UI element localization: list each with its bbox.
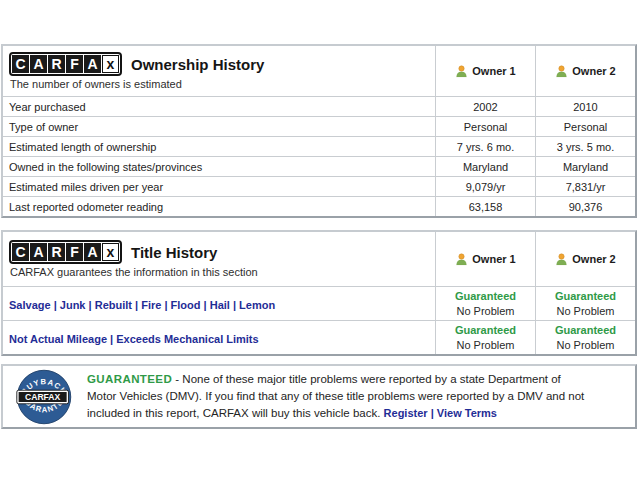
- ownership-row-odometer-reading: Last reported odometer reading 63,158 90…: [3, 196, 635, 216]
- title-row-major-problems: Salvage | Junk | Rebuilt | Fire | Flood …: [3, 286, 635, 320]
- ownership-history-section: C A R F A x Ownership History The number…: [1, 44, 637, 218]
- title-problem-link-hail[interactable]: Hail: [210, 299, 230, 311]
- owner2-column-header: Owner 2: [535, 46, 635, 96]
- title-problem-link-lemon[interactable]: Lemon: [239, 299, 275, 311]
- carfax-logo: C A R F A x: [9, 240, 122, 264]
- owner1-value: Personal: [435, 117, 535, 136]
- link-separator: |: [161, 299, 170, 311]
- no-problem-text: No Problem: [556, 304, 614, 318]
- owner2-value: 7,831/yr: [535, 177, 635, 196]
- owner1-column-header: Owner 1: [435, 232, 535, 286]
- owner2-label: Owner 2: [572, 253, 615, 265]
- carfax-logo-letter: F: [66, 243, 83, 261]
- no-problem-text: No Problem: [456, 304, 514, 318]
- owner2-value: Personal: [535, 117, 635, 136]
- owner1-value: 63,158: [435, 197, 535, 216]
- row-label: Type of owner: [3, 117, 435, 136]
- row-label: Estimated miles driven per year: [3, 177, 435, 196]
- guaranteed-status: Guaranteed: [555, 289, 616, 303]
- owner2-title-status: Guaranteed No Problem: [535, 321, 635, 354]
- link-separator: |: [51, 299, 60, 311]
- guaranteed-status: Guaranteed: [455, 289, 516, 303]
- ownership-history-title: Ownership History: [131, 56, 264, 73]
- carfax-logo-letter: F: [66, 55, 83, 73]
- owner1-value: 7 yrs. 6 mo.: [435, 137, 535, 156]
- carfax-logo-letter-x: x: [102, 243, 119, 261]
- carfax-buyback-guarantee-badge-icon: BUYBACK GUARANTEE CARFAX: [15, 368, 73, 426]
- title-problem-link-exceeds-mechanical-limits[interactable]: Exceeds Mechanical Limits: [116, 333, 258, 345]
- person-icon: [555, 65, 568, 78]
- carfax-logo-letter: R: [48, 243, 65, 261]
- owner1-value: Maryland: [435, 157, 535, 176]
- person-icon: [555, 253, 568, 266]
- link-separator: |: [428, 407, 437, 419]
- owner1-value: 9,079/yr: [435, 177, 535, 196]
- title-problem-link-junk[interactable]: Junk: [60, 299, 86, 311]
- row-label: Year purchased: [3, 97, 435, 116]
- title-history-subtitle: CARFAX guarantees the information in thi…: [10, 266, 429, 278]
- ownership-row-miles-per-year: Estimated miles driven per year 9,079/yr…: [3, 176, 635, 196]
- buyback-guarantee-section: BUYBACK GUARANTEE CARFAX GUARANTEED - No…: [1, 364, 637, 429]
- title-history-section: C A R F A x Title History CARFAX guarant…: [1, 230, 637, 356]
- link-separator: |: [85, 299, 94, 311]
- title-problem-link-fire[interactable]: Fire: [141, 299, 161, 311]
- link-separator: |: [107, 333, 116, 345]
- carfax-logo-letter: A: [84, 55, 101, 73]
- carfax-logo-letter: A: [30, 243, 47, 261]
- owner1-label: Owner 1: [472, 253, 515, 265]
- title-problem-link-rebuilt[interactable]: Rebuilt: [95, 299, 132, 311]
- title-header-row: C A R F A x Title History CARFAX guarant…: [3, 232, 635, 286]
- row-label: Owned in the following states/provinces: [3, 157, 435, 176]
- guarantee-paragraph: GUARANTEED - None of these major title p…: [77, 371, 627, 423]
- link-separator: |: [132, 299, 141, 311]
- owner2-value: 90,376: [535, 197, 635, 216]
- carfax-logo-letter: A: [84, 243, 101, 261]
- person-icon: [455, 253, 468, 266]
- owner2-title-status: Guaranteed No Problem: [535, 287, 635, 320]
- ownership-header-row: C A R F A x Ownership History The number…: [3, 46, 635, 96]
- guaranteed-status: Guaranteed: [455, 323, 516, 337]
- owner1-title-status: Guaranteed No Problem: [435, 321, 535, 354]
- title-problem-links: Salvage | Junk | Rebuilt | Fire | Flood …: [3, 287, 435, 320]
- guarantee-links: Register | View Terms: [384, 407, 497, 419]
- row-label: Estimated length of ownership: [3, 137, 435, 156]
- title-row-mileage-problems: Not Actual Mileage | Exceeds Mechanical …: [3, 320, 635, 354]
- ownership-history-subtitle: The number of owners is estimated: [10, 78, 429, 90]
- owner2-label: Owner 2: [572, 65, 615, 77]
- carfax-logo-letter: A: [30, 55, 47, 73]
- ownership-row-year-purchased: Year purchased 2002 2010: [3, 96, 635, 116]
- title-header-cell: C A R F A x Title History CARFAX guarant…: [3, 232, 435, 286]
- title-history-title: Title History: [131, 244, 217, 261]
- ownership-row-estimated-length: Estimated length of ownership 7 yrs. 6 m…: [3, 136, 635, 156]
- carfax-logo-letter: R: [48, 55, 65, 73]
- owner2-value: Maryland: [535, 157, 635, 176]
- ownership-row-type-of-owner: Type of owner Personal Personal: [3, 116, 635, 136]
- owner1-title-status: Guaranteed No Problem: [435, 287, 535, 320]
- carfax-logo-letter: C: [12, 55, 29, 73]
- title-problem-link-not-actual-mileage[interactable]: Not Actual Mileage: [9, 333, 107, 345]
- owner2-column-header: Owner 2: [535, 232, 635, 286]
- carfax-logo-letter: C: [12, 243, 29, 261]
- title-problem-links: Not Actual Mileage | Exceeds Mechanical …: [3, 321, 435, 354]
- row-label: Last reported odometer reading: [3, 197, 435, 216]
- title-problem-link-salvage[interactable]: Salvage: [9, 299, 51, 311]
- guaranteed-word: GUARANTEED: [87, 373, 172, 385]
- guarantee-link-register[interactable]: Register: [384, 407, 428, 419]
- ownership-header-cell: C A R F A x Ownership History The number…: [3, 46, 435, 96]
- link-separator: |: [230, 299, 239, 311]
- owner1-label: Owner 1: [472, 65, 515, 77]
- title-problem-link-flood[interactable]: Flood: [171, 299, 201, 311]
- guaranteed-status: Guaranteed: [555, 323, 616, 337]
- owner2-value: 3 yrs. 5 mo.: [535, 137, 635, 156]
- no-problem-text: No Problem: [556, 338, 614, 352]
- guarantee-link-view-terms[interactable]: View Terms: [437, 407, 497, 419]
- carfax-logo-letter-x: x: [102, 55, 119, 73]
- carfax-logo: C A R F A x: [9, 52, 122, 76]
- svg-text:CARFAX: CARFAX: [25, 392, 61, 402]
- owner2-value: 2010: [535, 97, 635, 116]
- person-icon: [455, 65, 468, 78]
- carfax-report-page: C A R F A x Ownership History The number…: [0, 44, 640, 480]
- no-problem-text: No Problem: [456, 338, 514, 352]
- owner1-value: 2002: [435, 97, 535, 116]
- link-separator: |: [201, 299, 210, 311]
